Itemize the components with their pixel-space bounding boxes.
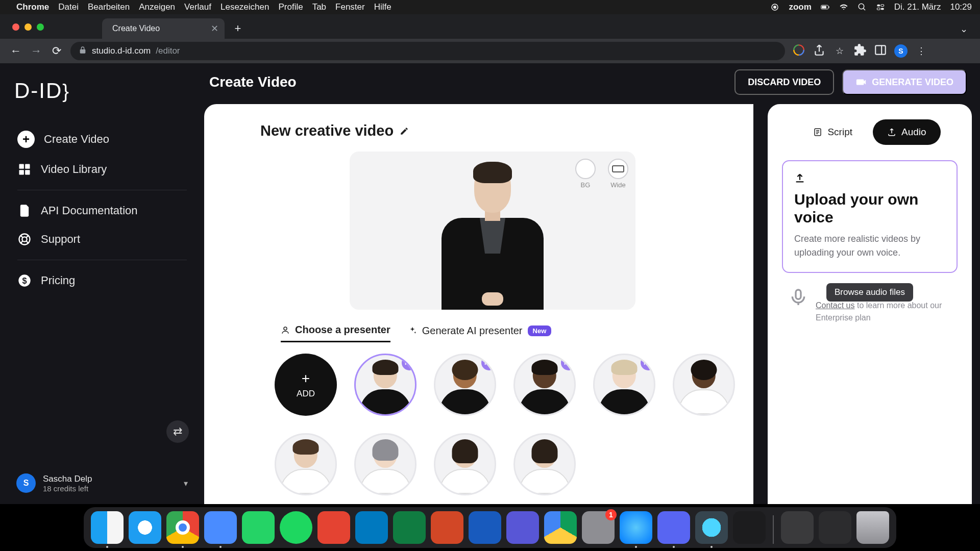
sidepanel-icon[interactable]: [874, 43, 887, 59]
tabs-dropdown-icon[interactable]: ⌄: [960, 23, 968, 35]
dock-discord[interactable]: [657, 511, 690, 544]
video-title[interactable]: New creative video: [260, 122, 735, 139]
camera-icon: [855, 77, 867, 88]
svg-rect-4: [822, 6, 826, 8]
reload-button[interactable]: ⟳: [50, 44, 63, 58]
kebab-menu-icon[interactable]: ⋮: [915, 45, 928, 57]
sidebar-item-support[interactable]: Support: [8, 225, 196, 254]
tab-generate-ai-presenter[interactable]: Generate AI presenter New: [408, 325, 552, 342]
menubar-date[interactable]: Di. 21. März: [894, 2, 941, 12]
dock-safari[interactable]: [129, 511, 161, 544]
presenter-option[interactable]: [275, 433, 337, 495]
zoom-app-label[interactable]: zoom: [789, 2, 811, 12]
close-window-button[interactable]: [12, 23, 19, 31]
tab-choose-presenter[interactable]: Choose a presenter: [281, 324, 390, 342]
menu-fenster[interactable]: Fenster: [335, 2, 365, 12]
presenter-option[interactable]: [673, 354, 735, 416]
svg-rect-17: [19, 170, 24, 174]
dock-calculator[interactable]: [781, 511, 814, 544]
presenter-option[interactable]: HQ: [434, 354, 496, 416]
wifi-icon[interactable]: [839, 3, 848, 12]
hq-badge: HQ: [481, 355, 496, 370]
sidebar-item-create-video[interactable]: + Create Video: [8, 123, 196, 155]
dock-powerpoint[interactable]: [431, 511, 463, 544]
svg-rect-9: [881, 8, 884, 10]
dock-settings[interactable]: 1: [582, 511, 615, 544]
minimize-window-button[interactable]: [24, 23, 32, 31]
dock-chrome[interactable]: [166, 511, 199, 544]
svg-rect-18: [25, 170, 30, 174]
profile-avatar[interactable]: S: [894, 44, 908, 58]
extensions-icon[interactable]: [853, 43, 867, 59]
discard-video-button[interactable]: DISCARD VIDEO: [734, 69, 834, 95]
generate-video-button[interactable]: GENERATE VIDEO: [842, 69, 967, 95]
presenter-option[interactable]: HQ: [354, 354, 416, 416]
sidebar-item-api-docs[interactable]: API Documentation: [8, 196, 196, 225]
contact-us-link[interactable]: Contact us: [816, 301, 854, 310]
divider: [17, 260, 187, 260]
dollar-icon: $: [17, 273, 32, 288]
add-presenter-button[interactable]: + ADD: [275, 354, 337, 416]
menu-tab[interactable]: Tab: [312, 2, 326, 12]
dock-word[interactable]: [469, 511, 501, 544]
user-box[interactable]: S Sascha Delp 18 credits left ▾: [9, 468, 195, 498]
dock-trash[interactable]: [856, 511, 889, 544]
dock-drive[interactable]: [544, 511, 577, 544]
pencil-icon: [400, 127, 409, 136]
back-button[interactable]: ←: [9, 44, 22, 58]
app-logo[interactable]: D-ID}: [14, 79, 204, 103]
menu-anzeigen[interactable]: Anzeigen: [139, 2, 175, 12]
svg-rect-7: [881, 5, 884, 7]
collapse-sidebar-button[interactable]: ⇄: [166, 420, 189, 443]
menu-hilfe[interactable]: Hilfe: [374, 2, 391, 12]
menu-lesezeichen[interactable]: Lesezeichen: [220, 2, 269, 12]
close-tab-icon[interactable]: ✕: [211, 23, 218, 34]
menu-datei[interactable]: Datei: [58, 2, 79, 12]
background-toggle[interactable]: BG: [575, 159, 596, 189]
dock-trello[interactable]: [355, 511, 388, 544]
presenter-option[interactable]: [354, 433, 416, 495]
sidebar-item-label: API Documentation: [41, 204, 138, 217]
dock-audio-app[interactable]: [733, 511, 766, 544]
tab-script[interactable]: Script: [799, 119, 867, 145]
presenter-option[interactable]: [434, 433, 496, 495]
bookmark-star-icon[interactable]: ☆: [833, 45, 846, 57]
dock-spotify[interactable]: [280, 511, 312, 544]
battery-icon[interactable]: [821, 3, 830, 12]
presenter-option[interactable]: HQ: [593, 354, 655, 416]
control-center-icon[interactable]: [876, 3, 885, 12]
divider: [17, 190, 187, 190]
sidebar-item-pricing[interactable]: $ Pricing: [8, 266, 196, 295]
presenter-option[interactable]: [513, 433, 576, 495]
sidebar-item-video-library[interactable]: Video Library: [8, 155, 196, 184]
menu-profile[interactable]: Profile: [278, 2, 303, 12]
dock-excel[interactable]: [393, 511, 426, 544]
menubar-time[interactable]: 10:29: [950, 2, 972, 12]
search-icon[interactable]: [857, 3, 867, 12]
sidebar-item-label: Create Video: [44, 133, 109, 146]
dock-whatsapp[interactable]: [242, 511, 275, 544]
presenter-option[interactable]: HQ: [513, 354, 576, 416]
menu-bearbeiten[interactable]: Bearbeiten: [88, 2, 130, 12]
google-account-icon[interactable]: [792, 43, 805, 59]
browser-tab[interactable]: Create Video ✕: [102, 18, 225, 39]
url-bar[interactable]: studio.d-id.com/editor: [70, 42, 785, 60]
dock-app-blue[interactable]: [620, 511, 652, 544]
dock-finder[interactable]: [91, 511, 124, 544]
menubar-app[interactable]: Chrome: [16, 2, 49, 12]
record-icon[interactable]: [770, 3, 779, 12]
wide-toggle[interactable]: Wide: [608, 159, 628, 189]
new-tab-button[interactable]: +: [231, 21, 245, 36]
forward-button[interactable]: →: [30, 44, 43, 58]
dock-mission-control[interactable]: [819, 511, 851, 544]
upload-voice-card[interactable]: Upload your own voice Create more realis…: [782, 160, 958, 273]
dock-quicktime[interactable]: [695, 511, 728, 544]
dock-zoom[interactable]: [204, 511, 237, 544]
svg-point-20: [22, 237, 27, 241]
share-icon[interactable]: [813, 43, 826, 59]
dock-imovie[interactable]: [506, 511, 539, 544]
dock-todoist[interactable]: [317, 511, 350, 544]
tab-audio[interactable]: Audio: [873, 119, 941, 145]
maximize-window-button[interactable]: [37, 23, 44, 31]
menu-verlauf[interactable]: Verlauf: [184, 2, 211, 12]
